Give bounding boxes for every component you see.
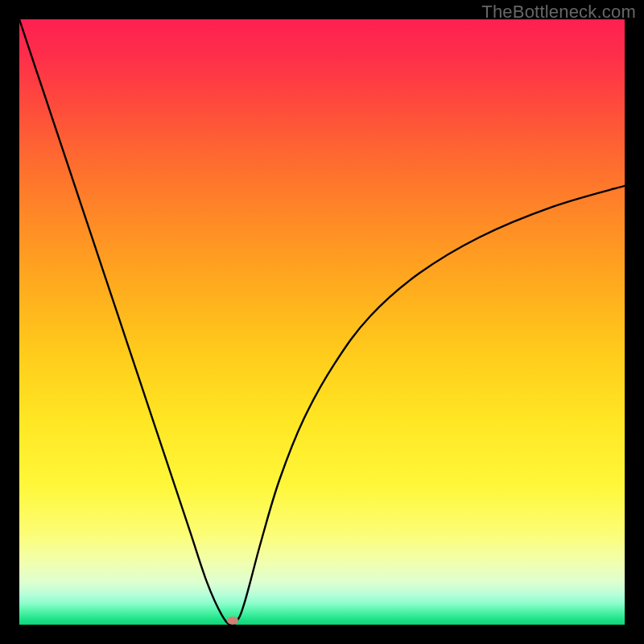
plot-area: [19, 19, 625, 625]
chart-frame: TheBottleneck.com: [0, 0, 644, 644]
minimum-marker: [227, 617, 238, 625]
curve-svg: [19, 19, 625, 625]
watermark-text: TheBottleneck.com: [481, 2, 636, 23]
bottleneck-curve: [19, 19, 625, 625]
